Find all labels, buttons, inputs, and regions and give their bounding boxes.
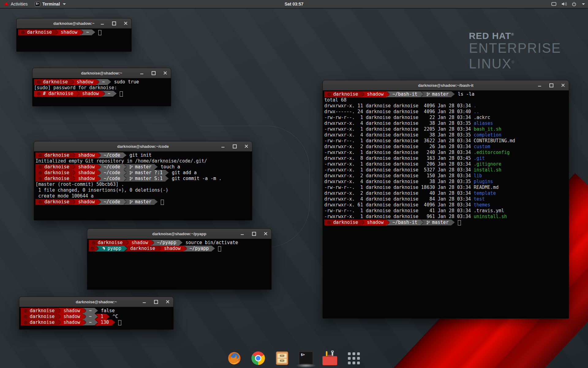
prompt-segment-path: ~ [86,308,94,314]
terminal-prompt-line: darknoiseshadow~/codemaster [36,199,252,205]
maximize-button[interactable] [154,300,158,304]
terminal-output-line: drwxrwxr-x. 2 darknoise darknoise 40 Jan… [324,190,569,196]
minimize-button[interactable] [100,21,104,25]
terminal-prompt-line: darknoiseshadow~/codemaster ?:1git add a [36,170,252,176]
power-icon[interactable] [572,2,576,6]
close-button[interactable] [123,21,128,25]
close-button[interactable] [163,71,167,75]
powerline-separator [451,91,455,97]
terminal-window: darknoise@shadow:~ darknoiseshadow~false… [19,297,174,330]
terminal-window: darknoise@shadow:~/pyapp darknoiseshadow… [87,228,272,290]
prompt-segment-user: darknoise [324,91,361,97]
app-menu-button[interactable]: $> Terminal [31,0,69,8]
prompt-glyph-icon [21,30,25,35]
maximize-button[interactable] [252,232,256,236]
window-title: darknoise@shadow:~/bash-it [323,83,569,88]
maximize-icon [233,144,237,148]
close-button[interactable] [165,300,170,304]
terminal-output-line: [master (root-commit) 50bcb63] . [36,182,252,187]
minimize-button[interactable] [221,144,225,148]
terminal-output-line: -rw-rw-r--. 1 darknoise darknoise 18630 … [324,185,569,190]
window-titlebar[interactable]: darknoise@shadow:~ [17,18,131,29]
powerline-separator [80,29,83,35]
app-menu-label: Terminal [42,2,60,6]
close-icon [245,145,248,148]
screen-icon[interactable] [551,2,556,6]
volume-icon[interactable] [561,2,567,6]
dock-firefox[interactable] [227,350,242,366]
dock-terminal[interactable]: $> [298,350,314,366]
prompt-segment-path: ~/code [101,176,123,182]
terminal-content[interactable]: darknoiseshadow~/pyappsource bin/activat… [87,239,271,289]
maximize-icon [152,71,156,75]
window-titlebar[interactable]: darknoise@shadow:~ [19,297,173,307]
terminal-output-line: drwx------. 24 darknoise darknoise 4096 … [324,109,569,115]
prompt-segment-git: master [424,220,451,225]
window-titlebar[interactable]: darknoise@shadow:~ [32,68,171,78]
terminal-output-line: Initialized empty Git repository in /hom… [36,158,252,164]
git-branch-icon [129,171,133,175]
minimize-button[interactable] [537,83,542,87]
maximize-button[interactable] [549,83,553,87]
terminal-app-icon: $> [35,2,40,6]
clock[interactable]: Sat 03:57 [285,2,303,6]
maximize-icon [549,83,553,87]
terminal-output-line: total 68 [324,97,569,103]
powerline-separator [106,314,110,320]
powerline-separator [154,164,158,170]
minimize-button[interactable] [240,232,244,236]
minimize-icon [101,24,104,25]
window-titlebar[interactable]: darknoise@shadow:~/bash-it [323,80,569,90]
terminal-cursor [218,246,221,251]
minimize-button[interactable] [140,71,144,75]
close-button[interactable] [561,83,565,87]
terminal-output-line: drwxrwxr-x. 2 darknoise darknoise 150 Ja… [324,173,569,179]
prompt-segment-host: shadow [75,170,97,176]
powerline-separator [154,199,158,205]
prompt-glyph-icon [38,200,42,204]
prompt-glyph-icon [24,320,28,325]
powerline-separator [386,220,390,225]
powerline-separator [95,320,98,325]
terminal-content[interactable]: darknoiseshadow~/codegit initInitialized… [34,151,252,220]
terminal-cursor [458,220,461,225]
dock-files[interactable] [274,350,290,366]
window-titlebar[interactable]: darknoise@shadow:~/pyapp [87,229,271,239]
powerline-separator [83,314,86,320]
powerline-separator [83,308,86,314]
powerline-separator [96,79,99,85]
close-button[interactable] [263,232,268,236]
prompt-segment-user: darknoise [127,246,158,251]
chevron-down-icon[interactable] [582,3,585,5]
terminal-cursor [118,320,121,325]
prompt-segment-path: ~ [83,29,92,35]
dock-show-applications[interactable] [346,350,361,366]
prompt-glyph-icon [327,92,331,97]
terminal-prompt-line: darknoiseshadow~sudo true [34,79,171,85]
terminal-content[interactable]: darknoiseshadow~falsedarknoiseshadow~1^C… [19,307,173,329]
prompt-segment-host: shadow [61,308,83,314]
prompt-segment-user: darknoise [18,29,55,35]
terminal-content[interactable]: darknoiseshadow~ [17,29,131,52]
terminal-output-line: -rwxrwxr-x. 1 darknoise darknoise 2205 J… [324,126,569,132]
terminal-content[interactable]: darknoiseshadow~sudo true[sudo] password… [32,78,171,106]
git-branch-icon [129,200,133,204]
activities-button[interactable]: Activities [0,0,31,8]
window-titlebar[interactable]: darknoise@shadow:~/code [34,141,252,151]
dock-toolbox[interactable] [322,350,337,366]
terminal-output-line: -rwxrwxr-x. 1 darknoise darknoise 961 Ja… [324,214,569,220]
terminal-window: darknoise@shadow:~ darknoiseshadow~ [16,18,132,52]
maximize-button[interactable] [151,71,156,75]
terminal-output-line: -rw-rw-r--. 1 darknoise darknoise 22 Jan… [324,115,569,121]
prompt-segment-user: darknoise [36,164,72,170]
dock-chrome[interactable] [251,350,266,366]
maximize-button[interactable] [232,144,237,148]
terminal-content[interactable]: darknoiseshadow~/bash-itmasterls -latota… [323,90,569,318]
maximize-button[interactable] [112,21,116,25]
powerline-separator [123,164,126,170]
prompt-segment-host: shadow [364,91,386,97]
close-button[interactable] [244,144,248,148]
prompt-segment-path: ~/code [101,170,123,176]
minimize-button[interactable] [142,300,146,304]
terminal-output-line: drwxrwxr-x. 2 darknoise darknoise 26 Jan… [324,144,569,150]
